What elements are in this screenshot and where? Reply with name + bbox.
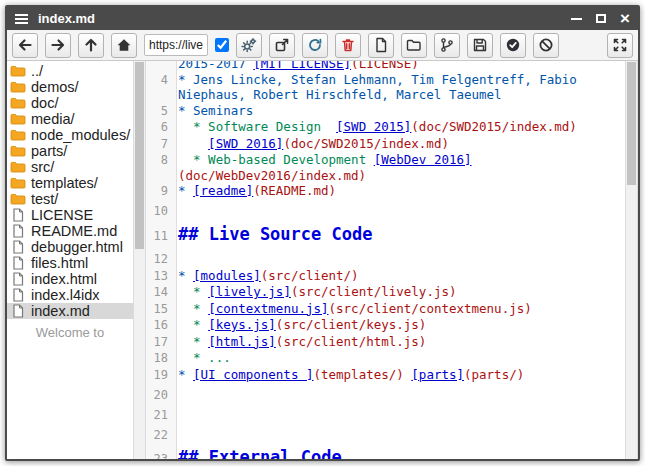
markdown-link[interactable]: [modules] <box>193 268 261 283</box>
minimize-button[interactable] <box>571 18 582 20</box>
file-list-item[interactable]: index.md <box>7 303 133 319</box>
code-segment-list1: * Seminars <box>178 103 253 118</box>
menu-icon[interactable] <box>15 14 28 24</box>
markdown-link[interactable]: [readme] <box>193 183 253 198</box>
open-external-button[interactable] <box>269 33 295 58</box>
code-line[interactable]: 16 * [keys.js](src/client/keys.js) <box>146 317 625 334</box>
code-text: * [contextmenu.js](src/client/contextmen… <box>173 301 625 317</box>
markdown-link[interactable]: [SWD 2016] <box>208 136 283 151</box>
maximize-button[interactable] <box>596 14 606 23</box>
file-list-item[interactable]: ../ <box>7 63 133 79</box>
code-text <box>173 383 625 399</box>
markdown-link[interactable]: [contextmenu.js] <box>208 301 328 316</box>
markdown-link[interactable]: [keys.js] <box>208 317 276 332</box>
code-segment-url: (src/client/contextmenu.js) <box>329 301 532 316</box>
code-line[interactable]: 17 * [html.js](src/client/html.js) <box>146 334 625 351</box>
settings-button[interactable] <box>236 33 262 58</box>
toolbar <box>7 30 638 61</box>
file-list-item[interactable]: index.html <box>7 271 133 287</box>
home-button[interactable] <box>111 33 137 58</box>
file-list-item[interactable]: doc/ <box>7 95 133 111</box>
accept-button[interactable] <box>500 33 526 58</box>
titlebar: index.md × <box>7 7 638 30</box>
folder-button[interactable] <box>401 33 427 58</box>
file-list-item[interactable]: LICENSE <box>7 207 133 223</box>
code-line[interactable]: 22 <box>146 423 625 443</box>
block-button[interactable] <box>533 33 559 58</box>
line-number: 10 <box>146 204 173 220</box>
markdown-link[interactable]: [lively.js] <box>208 284 291 299</box>
file-icon <box>10 256 26 270</box>
back-arrow-icon <box>17 37 33 53</box>
fullscreen-button[interactable] <box>607 33 633 58</box>
file-list-item[interactable]: index.l4idx <box>7 287 133 303</box>
file-list-item[interactable]: demos/ <box>7 79 133 95</box>
save-button[interactable] <box>467 33 493 58</box>
file-name: files.html <box>31 255 88 271</box>
code-text: * [lively.js](src/client/lively.js) <box>173 284 625 300</box>
git-branch-button[interactable] <box>434 33 460 58</box>
code-line[interactable]: 18 * ... <box>146 350 625 367</box>
code-line[interactable]: 15 * [contextmenu.js](src/client/context… <box>146 301 625 318</box>
file-list-item[interactable]: test/ <box>7 191 133 207</box>
back-button[interactable] <box>12 33 38 58</box>
url-input[interactable] <box>144 34 208 56</box>
code-segment-url: (src/client/) <box>261 268 359 283</box>
markdown-link[interactable]: [parts] <box>411 367 464 382</box>
forward-button[interactable] <box>45 33 71 58</box>
markdown-link[interactable]: [MIT LICENSE] <box>253 61 351 71</box>
line-number: 6 <box>146 120 173 136</box>
close-button[interactable]: × <box>620 12 630 26</box>
code-line[interactable]: 8 * Web-based Development [WebDev 2016](… <box>146 152 625 183</box>
code-line[interactable]: 6 * Software Design [SWD 2015](doc/SWD20… <box>146 119 625 136</box>
file-list-item[interactable]: debugger.html <box>7 239 133 255</box>
code-line[interactable]: 23## External Code <box>146 446 625 459</box>
file-list-item[interactable]: src/ <box>7 159 133 175</box>
code-text: * ... <box>173 350 625 366</box>
code-segment-header: ## Live Source Code <box>178 224 372 244</box>
markdown-link[interactable]: [WebDev 2016] <box>374 152 472 167</box>
file-list-item[interactable]: node_modules/ <box>7 127 133 143</box>
code-line[interactable]: 5* Seminars <box>146 103 625 120</box>
code-line[interactable]: 19* [UI components ](templates/) [parts]… <box>146 367 625 384</box>
fullscreen-expand-icon <box>612 37 628 53</box>
code-line[interactable]: 2015-2017 [MIT LICENSE](LICENSE) <box>146 61 625 72</box>
code-segment-list2: * Software Design <box>178 119 336 134</box>
code-line[interactable]: 9* [readme](README.md) <box>146 183 625 200</box>
editor-scrollbar[interactable] <box>625 61 638 459</box>
code-line[interactable]: 12 <box>146 248 625 268</box>
file-list-item[interactable]: files.html <box>7 255 133 271</box>
line-number: 21 <box>146 408 173 424</box>
code-line[interactable]: 20 <box>146 383 625 403</box>
code-line[interactable]: 13* [modules](src/client/) <box>146 268 625 285</box>
file-icon <box>10 288 26 302</box>
file-list-item[interactable]: README.md <box>7 223 133 239</box>
line-number: 16 <box>146 318 173 334</box>
file-icon <box>10 304 26 318</box>
code-line[interactable]: 11## Live Source Code <box>146 223 625 246</box>
markdown-link[interactable]: [html.js] <box>208 334 276 349</box>
file-list-item[interactable]: media/ <box>7 111 133 127</box>
markdown-link[interactable]: [UI components ] <box>193 367 313 382</box>
new-file-button[interactable] <box>368 33 394 58</box>
url-checkbox[interactable] <box>215 38 229 52</box>
file-name: index.l4idx <box>31 287 100 303</box>
markdown-link[interactable]: [SWD 2015] <box>336 119 411 134</box>
file-list-item[interactable]: parts/ <box>7 143 133 159</box>
editor-scrollbar-thumb[interactable] <box>627 62 636 185</box>
code-segment-url: (doc/SWD2015/index.md) <box>411 119 577 134</box>
code-line[interactable]: 21 <box>146 403 625 423</box>
markdown-editor[interactable]: 2015-2017 [MIT LICENSE](LICENSE)4* Jens … <box>146 61 625 459</box>
code-segment-url: (doc/WebDev2016/index.md) <box>178 168 366 183</box>
delete-button[interactable] <box>335 33 361 58</box>
code-line[interactable]: 7 [SWD 2016](doc/SWD2015/index.md) <box>146 136 625 153</box>
refresh-button[interactable] <box>302 33 328 58</box>
sidebar-scrollbar[interactable] <box>133 61 146 459</box>
forward-arrow-icon <box>50 37 66 53</box>
file-list-item[interactable]: templates/ <box>7 175 133 191</box>
code-line[interactable]: 14 * [lively.js](src/client/lively.js) <box>146 284 625 301</box>
code-line[interactable]: 4* Jens Lincke, Stefan Lehmann, Tim Felg… <box>146 72 625 103</box>
up-button[interactable] <box>78 33 104 58</box>
sidebar-scrollbar-thumb[interactable] <box>135 62 144 249</box>
code-line[interactable]: 10 <box>146 200 625 220</box>
